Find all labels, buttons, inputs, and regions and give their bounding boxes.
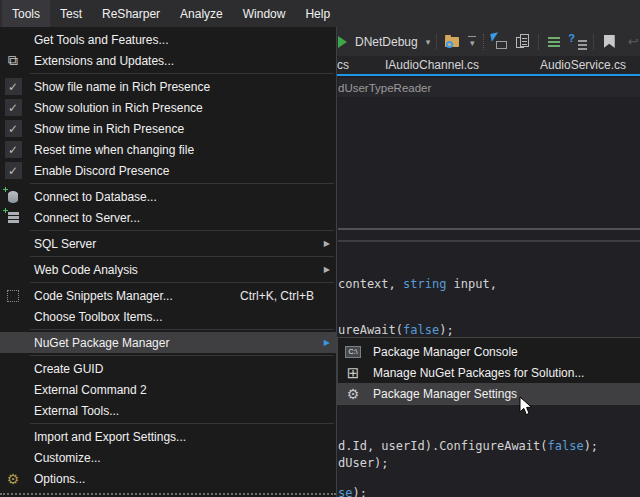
code-line: d.Id, userId).ConfigureAwait(false); — [338, 439, 598, 453]
menu-window[interactable]: Window — [233, 0, 296, 27]
snippets-icon — [0, 290, 26, 302]
main-menu-bar: Tools Test ReSharper Analyze Window Help — [0, 0, 640, 27]
menu-separator — [30, 256, 334, 257]
tools-dropdown-menu: Get Tools and Features... ⧉ Extensions a… — [0, 27, 337, 497]
dropdown-bar — [468, 36, 476, 37]
vs-ide-window: DNetDebug ▾ ▾ ? — [0, 0, 640, 497]
menu-item-label: Customize... — [26, 451, 330, 465]
menu-item-extensions-and-updates[interactable]: ⧉ Extensions and Updates... — [0, 50, 336, 71]
menu-item-label: Reset time when changing file — [26, 143, 330, 157]
menu-item-show-file-name[interactable]: ✓ Show file name in Rich Presence — [0, 76, 336, 97]
tab-partial[interactable]: cs — [337, 56, 349, 74]
submenu-item-manage-nuget-packages[interactable]: ⊞ Manage NuGet Packages for Solution... — [338, 362, 640, 383]
menu-item-shortcut: Ctrl+K, Ctrl+B — [240, 289, 330, 303]
menu-item-label: Connect to Server... — [26, 211, 330, 225]
copy-lines-icon[interactable] — [514, 33, 532, 51]
menu-item-show-time[interactable]: ✓ Show time in Rich Presence — [0, 118, 336, 139]
code-text: d.Id, userId).ConfigureAwait( — [338, 439, 548, 453]
menu-item-import-export-settings[interactable]: Import and Export Settings... — [0, 426, 336, 447]
run-configuration[interactable]: DNetDebug — [353, 35, 420, 49]
menu-separator — [30, 282, 334, 283]
editor-splitter-line — [338, 240, 640, 242]
code-keyword: se — [338, 486, 352, 497]
menu-item-label: External Command 2 — [26, 383, 330, 397]
menu-item-web-code-analysis[interactable]: Web Code Analysis ▶ — [0, 259, 336, 280]
console-icon: C:\ — [338, 346, 368, 358]
breadcrumb-text: dUserTypeReader — [338, 82, 431, 94]
bookmark-icon[interactable] — [600, 33, 618, 51]
menu-item-nuget-package-manager[interactable]: NuGet Package Manager ▶ — [0, 332, 336, 353]
package-icon: ⊞ — [338, 365, 368, 380]
menu-item-external-command-2[interactable]: External Command 2 — [0, 379, 336, 400]
code-editor[interactable] — [338, 97, 640, 497]
document-tab-strip: cs IAudioChannel.cs AudioService.cs — [330, 56, 640, 76]
breadcrumb[interactable]: dUserTypeReader — [338, 78, 640, 97]
tab-iaudiochannel[interactable]: IAudioChannel.cs — [385, 56, 479, 74]
menu-item-label: Enable Discord Presence — [26, 164, 330, 178]
plus-badge — [3, 187, 8, 192]
previous-bookmark-icon-disabled: ↩ — [624, 33, 640, 51]
checkmark-icon: ✓ — [5, 99, 22, 116]
menu-item-create-guid[interactable]: Create GUID — [0, 358, 336, 379]
menu-item-choose-toolbox-items[interactable]: Choose Toolbox Items... — [0, 306, 336, 327]
menu-item-label: SQL Server — [26, 237, 318, 251]
code-text: input, — [446, 277, 497, 291]
code-keyword: false — [548, 439, 584, 453]
code-text: ); — [439, 323, 453, 337]
menu-item-show-solution[interactable]: ✓ Show solution in Rich Presence — [0, 97, 336, 118]
find-dropdown-icon[interactable]: ▾ — [467, 36, 477, 48]
code-text: ); — [352, 486, 366, 497]
run-config-dropdown-icon[interactable]: ▾ — [426, 37, 431, 47]
checkmark-icon: ✓ — [5, 162, 22, 179]
menu-tools[interactable]: Tools — [2, 0, 50, 27]
find-in-files-icon[interactable] — [443, 33, 461, 51]
menu-item-customize[interactable]: Customize... — [0, 447, 336, 468]
help-lines-icon[interactable]: ? — [569, 33, 587, 51]
menu-item-reset-time[interactable]: ✓ Reset time when changing file — [0, 139, 336, 160]
menu-item-code-snippets-manager[interactable]: Code Snippets Manager... Ctrl+K, Ctrl+B — [0, 285, 336, 306]
menu-item-external-tools[interactable]: External Tools... — [0, 400, 336, 421]
code-line: dUser); — [338, 456, 389, 470]
menu-test[interactable]: Test — [50, 0, 92, 27]
code-line: se); — [338, 486, 367, 497]
checkmark-icon: ✓ — [5, 78, 22, 95]
menu-item-label: Show file name in Rich Presence — [26, 80, 330, 94]
menu-item-options[interactable]: ⚙ Options... — [0, 468, 336, 489]
package-glyph: ⊞ — [347, 365, 360, 380]
submenu-arrow-icon: ▶ — [318, 338, 330, 347]
gear-icon: ⚙ — [338, 386, 368, 402]
submenu-item-label: Package Manager Settings — [368, 387, 640, 401]
menu-item-connect-to-server[interactable]: Connect to Server... — [0, 207, 336, 228]
submenu-item-package-manager-settings[interactable]: ⚙ Package Manager Settings — [338, 383, 640, 404]
menu-resharper[interactable]: ReSharper — [92, 0, 170, 27]
copy-line — [522, 38, 527, 39]
menu-item-enable-discord-presence[interactable]: ✓ Enable Discord Presence — [0, 160, 336, 181]
menu-separator — [30, 230, 334, 231]
extensions-icon: ⧉ — [0, 52, 26, 69]
indent-lines-icon[interactable] — [545, 33, 563, 51]
bookmark-shape — [604, 35, 615, 48]
code-keyword: false — [403, 323, 439, 337]
plus-badge — [3, 208, 8, 213]
database-icon — [0, 191, 26, 203]
submenu-item-package-manager-console[interactable]: C:\ Package Manager Console — [338, 341, 640, 362]
menu-separator — [30, 73, 334, 74]
toolbar-separator — [436, 34, 437, 50]
menu-separator — [30, 329, 334, 330]
navigate-to-icon[interactable] — [490, 33, 508, 51]
submenu-item-label: Package Manager Console — [368, 345, 640, 359]
checkmark-icon: ✓ — [5, 141, 22, 158]
menu-help[interactable]: Help — [295, 0, 340, 27]
menu-item-get-tools-and-features[interactable]: Get Tools and Features... — [0, 29, 336, 50]
console-label: C:\ — [345, 346, 361, 358]
menu-separator — [30, 183, 334, 184]
tab-audioservice[interactable]: AudioService.cs — [540, 56, 626, 74]
menu-item-sql-server[interactable]: SQL Server ▶ — [0, 233, 336, 254]
gear-glyph: ⚙ — [347, 386, 360, 402]
mouse-cursor — [519, 396, 533, 417]
toolbar-separator — [538, 34, 539, 50]
menu-analyze[interactable]: Analyze — [170, 0, 233, 27]
menu-item-connect-to-database[interactable]: Connect to Database... — [0, 186, 336, 207]
menu-item-label: Get Tools and Features... — [26, 33, 330, 47]
start-debug-icon[interactable] — [338, 36, 347, 48]
